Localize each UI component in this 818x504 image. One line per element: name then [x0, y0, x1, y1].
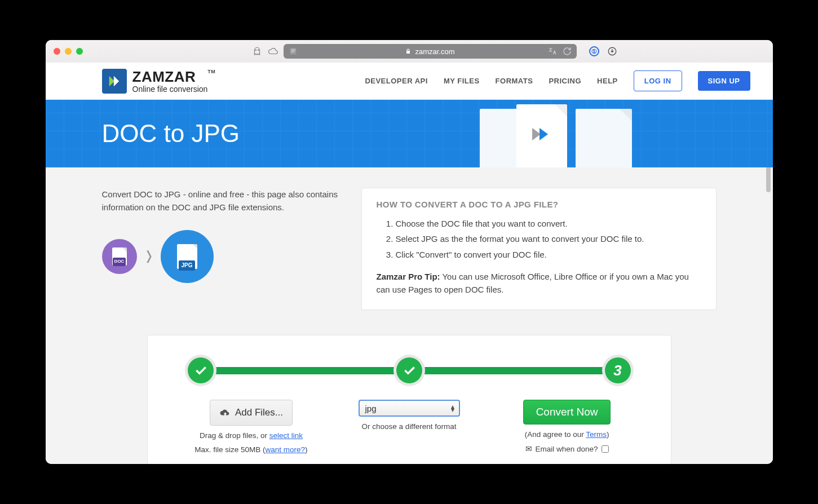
- nav-pricing[interactable]: PRICING: [549, 77, 581, 85]
- login-button[interactable]: LOG IN: [634, 70, 682, 91]
- doc-format-icon: DOC: [102, 239, 137, 274]
- howto-step: Choose the DOC file that you want to con…: [396, 217, 701, 230]
- nav-my-files[interactable]: MY FILES: [444, 77, 480, 85]
- intro-text: Convert DOC to JPG - online and free - t…: [102, 188, 339, 214]
- howto-tip: Zamzar Pro Tip: You can use Microsoft Of…: [377, 270, 701, 297]
- check-icon: [402, 363, 417, 378]
- page-title: DOC to JPG: [102, 120, 240, 148]
- want-more-link[interactable]: want more?: [266, 445, 306, 454]
- maximize-window-button[interactable]: [76, 48, 83, 55]
- progress-bar: 3: [174, 355, 645, 386]
- svg-rect-4: [291, 51, 295, 51]
- select-caret-icon: ▴▾: [451, 405, 454, 412]
- nav-formats[interactable]: FORMATS: [496, 77, 533, 85]
- svg-rect-3: [291, 49, 295, 50]
- hero-banner: DOC to JPG: [46, 100, 773, 167]
- minimize-window-button[interactable]: [65, 48, 72, 55]
- envelope-icon: ✉: [525, 444, 532, 453]
- page-content: ZAMZARTM Online file conversion DEVELOPE…: [46, 63, 773, 464]
- hero-play-icon: [532, 128, 548, 140]
- logo-name: ZAMZARTM: [132, 69, 208, 84]
- howto-card: HOW TO CONVERT A DOC TO A JPG FILE? Choo…: [361, 188, 717, 310]
- logo-mark-icon: [102, 69, 127, 94]
- logo[interactable]: ZAMZARTM Online file conversion: [102, 69, 208, 94]
- howto-step: Select JPG as the the format you want to…: [396, 232, 701, 245]
- output-format-select[interactable]: jpg ▴▾: [359, 400, 460, 417]
- convert-button[interactable]: Convert Now: [523, 400, 611, 425]
- step-2-node: [393, 355, 425, 386]
- jpg-label: JPG: [179, 260, 194, 271]
- address-bar[interactable]: zamzar.com: [284, 44, 577, 59]
- translate-icon[interactable]: [547, 46, 558, 56]
- add-files-button[interactable]: Add Files...: [210, 400, 293, 426]
- email-when-done-row[interactable]: ✉ Email when done?: [525, 444, 609, 453]
- svg-rect-2: [290, 48, 296, 55]
- drag-drop-hint: Drag & drop files, or select link: [200, 431, 303, 440]
- lock-icon: [405, 48, 412, 55]
- main-nav: DEVELOPER API MY FILES FORMATS PRICING H…: [365, 77, 617, 85]
- site-header: ZAMZARTM Online file conversion DEVELOPE…: [46, 63, 773, 100]
- format-hint: Or choose a different format: [362, 422, 457, 431]
- email-when-done-checkbox[interactable]: [602, 445, 609, 453]
- doc-label: DOC: [113, 258, 126, 266]
- conversion-steps-card: 3 Add Files... Drag & drop files, or sel…: [147, 335, 671, 464]
- browser-window: zamzar.com ① ZAMZARTM Online file: [46, 40, 773, 464]
- nav-developer-api[interactable]: DEVELOPER API: [365, 77, 427, 85]
- svg-point-1: [258, 50, 259, 51]
- refresh-icon[interactable]: [562, 46, 572, 56]
- password-manager-icon[interactable]: ①: [589, 46, 599, 56]
- chevron-right-icon: ❭: [144, 246, 154, 266]
- check-icon: [193, 363, 208, 378]
- upload-cloud-icon: [219, 408, 229, 418]
- svg-rect-5: [291, 52, 294, 52]
- tip-label: Zamzar Pro Tip:: [377, 272, 440, 281]
- nav-help[interactable]: HELP: [597, 77, 618, 85]
- add-files-label: Add Files...: [235, 407, 283, 418]
- format-value: jpg: [365, 404, 377, 413]
- close-window-button[interactable]: [54, 48, 60, 55]
- email-label: Email when done?: [536, 445, 598, 453]
- max-size-hint: Max. file size 50MB (want more?): [194, 445, 307, 454]
- jpg-format-icon: JPG: [161, 230, 214, 283]
- step-3-node: 3: [602, 355, 634, 386]
- intro-section: Convert DOC to JPG - online and free - t…: [102, 188, 339, 310]
- browser-toolbar: zamzar.com ①: [46, 40, 773, 63]
- logo-tagline: Online file conversion: [132, 85, 208, 93]
- window-controls: [54, 48, 83, 55]
- terms-link[interactable]: Terms: [586, 430, 607, 439]
- svg-point-0: [255, 50, 257, 51]
- downloads-icon[interactable]: [607, 46, 617, 56]
- address-bar-domain: zamzar.com: [415, 47, 454, 56]
- trademark-label: TM: [207, 69, 215, 74]
- signup-button[interactable]: SIGN UP: [698, 71, 750, 91]
- step-1-node: [185, 355, 216, 386]
- select-link[interactable]: select link: [269, 431, 303, 440]
- hero-file-icon: [576, 109, 632, 167]
- howto-step: Click "Convert" to convert your DOC file…: [396, 248, 701, 261]
- cloud-icon[interactable]: [268, 46, 278, 56]
- ghost-icon[interactable]: [252, 46, 262, 56]
- agree-terms-text: (And agree to our Terms): [525, 430, 609, 439]
- reader-icon[interactable]: [288, 46, 298, 56]
- step-3-label: 3: [613, 362, 621, 379]
- howto-title: HOW TO CONVERT A DOC TO A JPG FILE?: [377, 200, 701, 209]
